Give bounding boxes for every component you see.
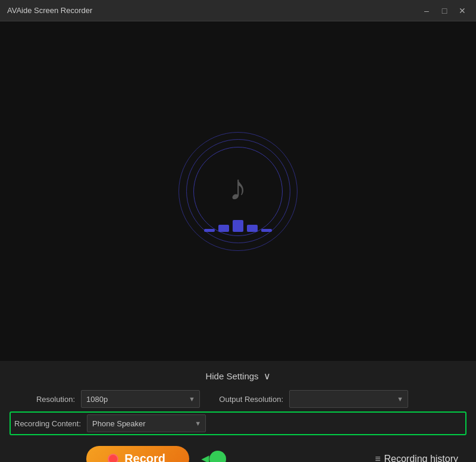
resolution-select[interactable]: 1080p 720p 1440p 4K [81, 390, 200, 408]
recording-history-button[interactable]: ≡ Recording history [375, 454, 464, 463]
recording-content-row: Recording Content: Phone Speaker System … [10, 411, 466, 435]
recording-history-label: Recording history [384, 454, 459, 463]
bottom-panel: Hide Settings ∨ Resolution: 1080p 720p 1… [0, 361, 476, 462]
record-button-label: Record [124, 452, 165, 462]
output-resolution-select-wrapper[interactable]: 720p 1080p 1440p 4K ▼ [289, 390, 408, 408]
record-button[interactable]: Record [86, 446, 189, 462]
eq-bar-5 [261, 229, 272, 232]
main-preview-area: ♪ [0, 21, 476, 361]
resolution-label: Resolution: [10, 395, 75, 404]
recording-content-select[interactable]: Phone Speaker System Audio Microphone No… [87, 414, 206, 432]
record-center-group: Record ◄ [86, 446, 226, 462]
eq-bar-1 [204, 229, 215, 232]
hide-settings-label: Hide Settings [205, 371, 258, 381]
title-bar: AVAide Screen Recorder – □ ✕ [0, 0, 476, 21]
maximize-button[interactable]: □ [438, 4, 451, 17]
eq-bar-3 [233, 220, 243, 232]
resolution-row: Resolution: 1080p 720p 1440p 4K ▼ Output… [10, 390, 466, 408]
window-controls: – □ ✕ [420, 4, 469, 17]
resolution-select-wrapper[interactable]: 1080p 720p 1440p 4K ▼ [81, 390, 200, 408]
eq-bar-2 [218, 225, 229, 232]
hamburger-icon: ≡ [375, 454, 380, 463]
settings-area: Resolution: 1080p 720p 1440p 4K ▼ Output… [0, 388, 476, 438]
hide-settings-row[interactable]: Hide Settings ∨ [0, 367, 476, 388]
record-dot-icon [108, 454, 118, 463]
app-title: AVAide Screen Recorder [7, 6, 92, 15]
chevron-down-icon: ∨ [264, 370, 271, 382]
record-row: Record ◄ ≡ Recording history [0, 440, 476, 462]
close-button[interactable]: ✕ [456, 4, 469, 17]
music-note-icon: ♪ [229, 166, 247, 208]
record-arrow-indicator: ◄ [199, 451, 226, 463]
recording-content-select-wrapper[interactable]: Phone Speaker System Audio Microphone No… [87, 414, 206, 432]
recording-content-label: Recording Content: [14, 419, 81, 428]
minimize-button[interactable]: – [420, 4, 433, 17]
audio-visualizer: ♪ [173, 126, 303, 257]
output-resolution-label: Output Resolution: [218, 395, 283, 404]
green-circle-icon [209, 451, 226, 463]
eq-bar-4 [247, 225, 258, 232]
output-resolution-select[interactable]: 720p 1080p 1440p 4K [289, 390, 408, 408]
equalizer-bars [204, 220, 272, 232]
